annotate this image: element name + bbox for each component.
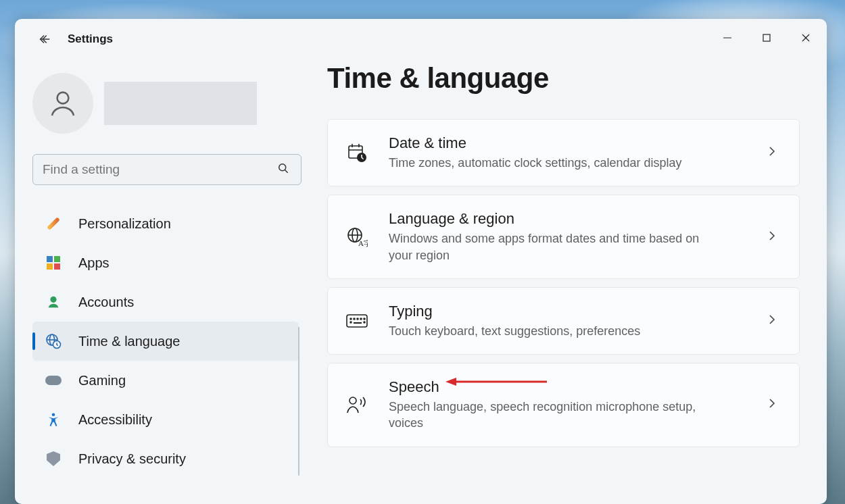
card-title: Date & time xyxy=(389,134,719,152)
back-button[interactable] xyxy=(34,28,55,50)
sidebar-item-label: Personalization xyxy=(78,216,171,232)
card-subtext: Windows and some apps format dates and t… xyxy=(389,230,719,263)
sidebar-item-accounts[interactable]: Accounts xyxy=(32,282,299,322)
gamepad-icon xyxy=(45,372,62,389)
card-language-region[interactable]: A字 Language & region Windows and some ap… xyxy=(327,195,800,279)
svg-point-12 xyxy=(52,413,55,416)
card-title: Typing xyxy=(389,303,719,320)
globe-language-icon: A字 xyxy=(345,226,368,248)
main-content: Time & language Date & time Time zones, … xyxy=(311,57,827,504)
svg-point-23 xyxy=(350,318,352,320)
maximize-button[interactable] xyxy=(747,24,786,51)
close-icon xyxy=(801,33,811,43)
card-title: Speech xyxy=(389,378,719,396)
svg-rect-1 xyxy=(763,34,770,41)
accessibility-icon xyxy=(45,411,62,428)
card-date-time[interactable]: Date & time Time zones, automatic clock … xyxy=(327,119,800,186)
svg-point-7 xyxy=(50,297,56,303)
svg-point-28 xyxy=(350,322,352,323)
svg-point-5 xyxy=(279,164,286,171)
sidebar-item-label: Apps xyxy=(78,255,110,271)
card-subtext: Time zones, automatic clock settings, ca… xyxy=(389,155,719,171)
minimize-button[interactable] xyxy=(708,24,747,51)
user-icon xyxy=(45,293,62,311)
sidebar-item-label: Gaming xyxy=(78,373,126,388)
back-arrow-icon xyxy=(37,32,52,47)
window-controls xyxy=(708,24,825,51)
sidebar-item-label: Accessibility xyxy=(78,412,152,428)
search-icon xyxy=(276,161,290,178)
apps-icon xyxy=(45,254,62,272)
calendar-clock-icon xyxy=(345,142,368,163)
svg-point-27 xyxy=(364,318,365,320)
svg-point-25 xyxy=(357,318,358,320)
maximize-icon xyxy=(762,33,771,43)
person-icon xyxy=(47,87,79,120)
speech-icon xyxy=(345,394,368,415)
search-box[interactable] xyxy=(32,154,301,185)
sidebar-scrollbar[interactable] xyxy=(298,327,299,476)
settings-card-list: Date & time Time zones, automatic clock … xyxy=(327,119,800,447)
sidebar-item-label: Privacy & security xyxy=(78,451,186,467)
chevron-right-icon xyxy=(767,146,781,159)
sidebar-item-label: Accounts xyxy=(78,295,134,310)
svg-rect-22 xyxy=(347,315,367,327)
sidebar-item-apps[interactable]: Apps xyxy=(32,243,299,282)
chevron-right-icon xyxy=(767,314,781,328)
svg-point-24 xyxy=(354,318,355,320)
minimize-icon xyxy=(723,33,732,43)
sidebar-item-accessibility[interactable]: Accessibility xyxy=(32,400,299,439)
app-title: Settings xyxy=(68,32,113,46)
card-subtext: Touch keyboard, text suggestions, prefer… xyxy=(389,323,719,339)
svg-point-31 xyxy=(349,397,356,404)
svg-text:A字: A字 xyxy=(358,239,368,247)
sidebar: Personalization Apps Accounts Time xyxy=(15,57,311,504)
shield-icon xyxy=(45,450,62,468)
svg-point-26 xyxy=(360,318,362,320)
keyboard-icon xyxy=(345,313,368,329)
svg-line-6 xyxy=(285,170,288,173)
sidebar-item-time-language[interactable]: Time & language xyxy=(32,322,299,361)
nav: Personalization Apps Accounts Time xyxy=(32,204,299,478)
search-input[interactable] xyxy=(43,162,268,177)
card-title: Language & region xyxy=(389,210,719,228)
settings-window: Settings xyxy=(15,19,827,504)
profile-name-redacted xyxy=(104,82,257,125)
card-typing[interactable]: Typing Touch keyboard, text suggestions,… xyxy=(327,287,800,355)
chevron-right-icon xyxy=(767,230,781,244)
pen-icon xyxy=(45,215,62,232)
card-speech[interactable]: Speech Speech language, speech recogniti… xyxy=(327,363,800,447)
close-button[interactable] xyxy=(786,24,825,51)
svg-point-4 xyxy=(57,93,69,104)
titlebar: Settings xyxy=(15,19,827,57)
sidebar-item-gaming[interactable]: Gaming xyxy=(32,361,299,400)
chevron-right-icon xyxy=(767,398,781,411)
profile-block[interactable] xyxy=(32,73,299,134)
sidebar-item-privacy-security[interactable]: Privacy & security xyxy=(32,439,299,478)
sidebar-item-personalization[interactable]: Personalization xyxy=(32,204,299,243)
card-subtext: Speech language, speech recognition micr… xyxy=(389,399,719,432)
svg-point-29 xyxy=(364,322,365,323)
avatar xyxy=(32,73,93,134)
sidebar-item-label: Time & language xyxy=(78,334,180,349)
page-title: Time & language xyxy=(327,62,800,95)
globe-clock-icon xyxy=(45,332,62,350)
